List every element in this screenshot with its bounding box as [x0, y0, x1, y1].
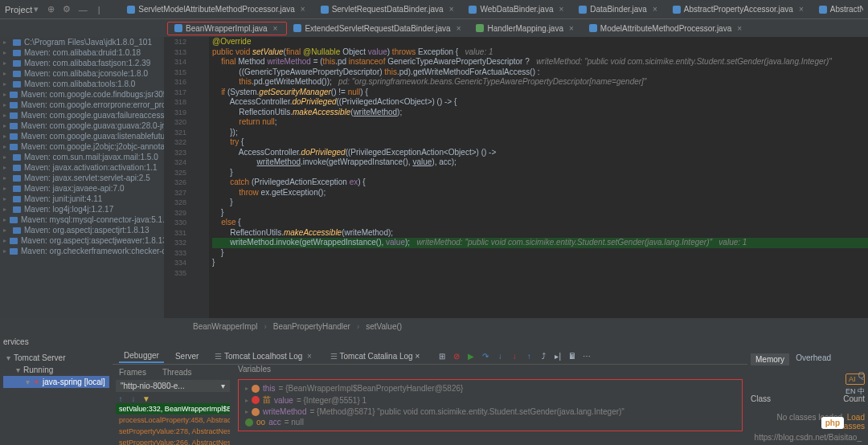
step-into-icon[interactable]: ↓ [495, 352, 505, 361]
project-tree[interactable]: ▸C:\Program Files\Java\jdk1.8.0_101▸Mave… [0, 37, 164, 318]
debug-tree-item[interactable]: ▾ Running [3, 364, 109, 376]
server-tab[interactable]: Server [170, 350, 203, 362]
php-badge: php [821, 417, 844, 429]
evaluate-icon[interactable]: 🖩 [567, 352, 577, 361]
more-icon[interactable]: ⋯ [582, 352, 592, 361]
tomcat-catalina-log-tab[interactable]: ☰ Tomcat Catalina Log × [326, 350, 424, 362]
debugger-tab[interactable]: Debugger [119, 349, 164, 363]
arrow-up-icon[interactable]: ↑ [116, 394, 125, 403]
editor-tab[interactable]: ModelAttributeMethodProcessor.java× [583, 22, 751, 35]
collapse-icon[interactable]: — [77, 4, 88, 15]
project-tree-item[interactable]: ▸Maven: javax:javaee-api:7.0 [0, 183, 164, 194]
variable-item[interactable]: ▸this = {BeanWrapperImpl$BeanPropertyHan… [242, 383, 739, 394]
variable-item[interactable]: ▸writeMethod = {Method@5871} "public voi… [242, 406, 739, 417]
arrow-down-icon[interactable]: ↓ [129, 394, 138, 403]
close-icon[interactable]: × [271, 24, 280, 33]
debug-tree-item[interactable]: ▾ Tomcat Server [3, 352, 109, 364]
breadcrumb-item[interactable]: BeanWrapperImpl [193, 322, 257, 331]
close-icon[interactable]: × [556, 5, 566, 14]
project-tree-item[interactable]: ▸C:\Program Files\Java\jdk1.8.0_101 [0, 37, 164, 47]
stack-frame-item[interactable]: setValue:332, BeanWrapperImpl$Bean [116, 403, 230, 414]
stop-icon[interactable]: ⊘ [452, 352, 461, 361]
thread-selector-dropdown[interactable]: "http-nio-8080-e...▾ [116, 380, 230, 392]
project-tree-item[interactable]: ▸Maven: org.checkerframework:checker-qua… [0, 246, 164, 256]
project-tree-item[interactable]: ▸Maven: com.google.guava:guava:28.0-jre [0, 120, 164, 131]
services-tool-window-header[interactable]: ervices [0, 334, 868, 349]
project-tree-item[interactable]: ▸Maven: com.alibaba:druid:1.0.18 [0, 47, 164, 58]
run-to-cursor-icon[interactable]: ▸| [553, 352, 563, 361]
editor-tab[interactable]: BeanWrapperImpl.java× [167, 22, 287, 35]
memory-tab[interactable]: Memory [751, 353, 789, 365]
editor-tab[interactable]: ServletRequestDataBinder.java× [314, 3, 463, 15]
ai-badge: AI [845, 374, 865, 385]
close-icon[interactable]: × [650, 5, 660, 14]
lang-en-badge: EN 中 [845, 386, 865, 397]
project-tree-item[interactable]: ▸Maven: com.alibaba:tools:1.8.0 [0, 79, 164, 89]
step-out-icon[interactable]: ↑ [524, 352, 534, 361]
project-tree-item[interactable]: ▸Maven: org.aspectj:aspectjrt:1.8.13 [0, 225, 164, 235]
editor-tab[interactable]: HandlerMapping.java× [469, 22, 582, 35]
editor-tab[interactable]: AbstractPropertyAccessor.java× [666, 3, 813, 15]
code-editor[interactable]: 3123133143153163173183193203213223233243… [164, 37, 868, 318]
project-tree-item[interactable]: ▸Maven: com.alibaba:fastjson:1.2.39 [0, 58, 164, 68]
close-icon[interactable]: × [796, 5, 806, 14]
tomcat-localhost-log-tab[interactable]: ☰ Tomcat Localhost Log × [210, 350, 319, 362]
debug-tree-item[interactable]: ▾ ✦ java-spring [local] [3, 376, 109, 388]
drop-frame-icon[interactable]: ⤴ [538, 352, 548, 361]
variables-panel[interactable]: ▸this = {BeanWrapperImpl$BeanPropertyHan… [238, 379, 743, 431]
project-view-label[interactable]: Project [5, 5, 32, 14]
project-tree-item[interactable]: ▸Maven: com.google.guava:failureaccess:1… [0, 110, 164, 120]
project-tree-item[interactable]: ▸Maven: javax.servlet:servlet-api:2.5 [0, 173, 164, 183]
filter-icon[interactable]: ▼ [141, 394, 151, 403]
project-tree-item[interactable]: ▸Maven: com.google.guava:listenablefutur… [0, 131, 164, 141]
frames-label: Frames [119, 368, 146, 377]
project-tree-item[interactable]: ▸Maven: com.google.errorprone:error_pron… [0, 100, 164, 110]
project-tree-item[interactable]: ▸Maven: com.google.j2objc:j2objc-annotat… [0, 141, 164, 152]
variable-item[interactable]: oo acc = null [242, 417, 739, 427]
stack-frame-item[interactable]: setPropertyValue:278, AbstractNestable [116, 426, 230, 437]
variable-item[interactable]: ▸苗 value = {Integer@5551} 1 [242, 394, 739, 406]
resume-icon[interactable]: ▶ [466, 352, 476, 361]
class-column-header: Class [751, 394, 771, 403]
close-icon[interactable]: × [454, 24, 464, 33]
stack-frame-item[interactable]: setPropertyValue:266, AbstractNestable [116, 437, 230, 445]
settings-icon[interactable]: ⊞ [437, 352, 447, 361]
close-icon[interactable]: × [298, 5, 308, 14]
divider-icon: | [93, 4, 104, 15]
editor-tab[interactable]: ServletModelAttributeMethodProcessor.jav… [121, 3, 313, 15]
editor-tab[interactable]: ExtendedServletRequestDataBinder.java× [287, 22, 469, 35]
stack-frame-item[interactable]: processLocalProperty:458, AbstractNest [116, 414, 230, 426]
target-icon[interactable]: ⊕ [45, 4, 56, 15]
project-tree-item[interactable]: ▸Maven: log4j:log4j:1.2.17 [0, 204, 164, 214]
editor-tab[interactable]: WebDataBinder.java× [462, 3, 572, 15]
overhead-tab[interactable]: Overhead [796, 353, 831, 365]
project-tree-item[interactable]: ▸Maven: junit:junit:4.11 [0, 194, 164, 204]
threads-label: Threads [162, 368, 192, 377]
force-step-into-icon[interactable]: ↓ [510, 352, 519, 361]
close-icon[interactable]: × [735, 24, 744, 33]
close-icon[interactable]: × [305, 352, 314, 361]
close-icon[interactable]: × [447, 5, 457, 14]
editor-tab[interactable]: DataBinder.java× [572, 3, 665, 15]
gear-icon[interactable]: ⚙ [61, 4, 72, 15]
project-tree-item[interactable]: ▸Maven: javax.activation:activation:1.1 [0, 162, 164, 173]
project-tree-item[interactable]: ▸Maven: com.sun.mail:javax.mail:1.5.0 [0, 152, 164, 162]
breadcrumb-item[interactable]: BeanPropertyHandler [273, 322, 350, 331]
editor-tab[interactable]: AbstractNestablePropertyAccessor...× [813, 3, 863, 15]
close-icon[interactable]: × [567, 24, 576, 33]
variables-label: Variables [238, 365, 271, 374]
project-tree-item[interactable]: ▸Maven: mysql:mysql-connector-java:5.1.4… [0, 214, 164, 225]
project-tree-item[interactable]: ▸Maven: com.google.code.findbugs:jsr305:… [0, 89, 164, 100]
project-tree-item[interactable]: ▸Maven: com.alibaba:jconsole:1.8.0 [0, 68, 164, 79]
step-over-icon[interactable]: ↷ [481, 352, 490, 361]
breadcrumb[interactable]: BeanWrapperImpl›BeanPropertyHandler›setV… [0, 318, 868, 334]
breadcrumb-item[interactable]: setValue() [366, 322, 402, 331]
watermark-text: https://blog.csdn.net/Baisitao_ [755, 433, 862, 442]
project-tree-item[interactable]: ▸Maven: org.aspectj:aspectjweaver:1.8.13 [0, 235, 164, 246]
